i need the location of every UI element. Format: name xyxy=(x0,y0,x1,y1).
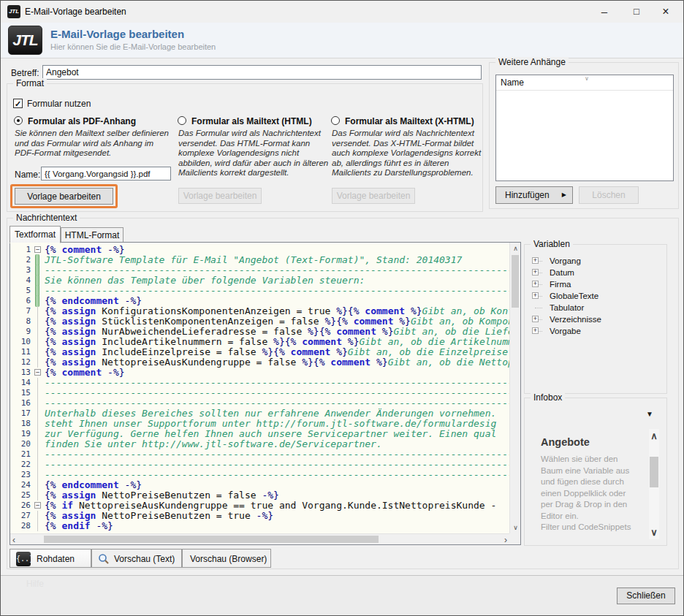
radio-pdf-attachment[interactable] xyxy=(14,116,23,125)
pdf-name-input[interactable] xyxy=(41,167,171,180)
infobox-dropdown-icon[interactable]: ▼ xyxy=(646,410,653,418)
infobox-scroll-thumb[interactable] xyxy=(650,457,658,487)
tab-html-format[interactable]: HTML-Format xyxy=(61,227,123,243)
use-form-checkbox[interactable]: ✓ xyxy=(13,99,23,108)
tree-item-label: Firma xyxy=(550,280,571,289)
radio-mailtext-html[interactable] xyxy=(178,116,186,125)
code-line: 10{% assign IncludeArtikelnummern = fals… xyxy=(10,337,509,347)
fold-region-line xyxy=(37,337,38,347)
infobox-heading: Angebote xyxy=(541,436,590,448)
tree-item-firma[interactable]: +Firma xyxy=(531,278,662,290)
edit-pdf-template-button[interactable]: Vorlage bearbeiten xyxy=(15,188,113,205)
line-number: 27 xyxy=(10,511,32,521)
infobox-scrollbar[interactable]: ∧ ∨ xyxy=(649,429,659,539)
tree-item-vorgabe[interactable]: +Vorgabe xyxy=(531,325,662,337)
attachments-list[interactable]: Name ∨ xyxy=(495,75,674,181)
code-editor[interactable]: 1−{% comment -%}2JTL-Software Template f… xyxy=(10,242,521,545)
close-button[interactable]: Schließen xyxy=(617,588,675,604)
format-group-label: Format xyxy=(13,78,47,88)
expand-plus-icon[interactable]: + xyxy=(532,316,539,322)
tab-vorschau-browser[interactable]: Vorschau (Browser) xyxy=(182,549,271,568)
code-text: {% assign NettoPreiseBenutzen = true -%} xyxy=(45,511,509,521)
code-line: 14--------------------------------------… xyxy=(10,378,509,388)
expand-plus-icon[interactable]: + xyxy=(532,327,539,334)
line-number: 4 xyxy=(10,275,32,286)
fold-region-line xyxy=(37,449,38,460)
line-number: 8 xyxy=(10,316,32,327)
code-text: JTL-Software Template für E-Mail "Angebo… xyxy=(45,255,509,265)
vertical-scroll-thumb[interactable] xyxy=(512,255,519,308)
fold-gutter[interactable]: − xyxy=(32,501,45,511)
radio-mailtext-xhtml[interactable] xyxy=(331,116,340,125)
line-number: 6 xyxy=(10,296,32,306)
infobox-text-line: Baum eine Variable aus xyxy=(541,465,643,477)
tree-item-verzeichnisse[interactable]: +Verzeichnisse xyxy=(531,313,662,325)
code-line: 24{% endcomment -%} xyxy=(10,480,509,490)
fold-gutter xyxy=(32,347,45,357)
code-text: {% comment -%} xyxy=(45,368,509,378)
variables-tree[interactable]: +Vorgang+Datum+Firma+GlobaleTexteTabulat… xyxy=(531,255,662,389)
fold-collapse-icon[interactable]: − xyxy=(34,246,41,253)
line-number: 3 xyxy=(10,265,32,275)
code-line: 19zur Verfügung. Gerne helfen Ihnen auch… xyxy=(10,429,509,439)
fold-gutter xyxy=(32,521,45,531)
code-text: {% assign IncludeEinzelpreise = false %}… xyxy=(45,347,509,357)
line-number: 24 xyxy=(10,480,32,490)
app-icon: JTL xyxy=(7,5,20,18)
fold-gutter xyxy=(32,429,45,439)
maximize-button[interactable]: □ xyxy=(622,1,651,23)
attachments-column-header-label: Name xyxy=(501,77,524,88)
tab-vorschau-text[interactable]: Vorschau (Text) xyxy=(91,549,182,568)
tree-item-globaletexte[interactable]: +GlobaleTexte xyxy=(531,290,662,302)
fold-gutter xyxy=(32,408,45,419)
fold-gutter[interactable]: − xyxy=(32,245,45,255)
minimize-button[interactable]: – xyxy=(590,1,619,23)
fold-gutter xyxy=(32,337,45,347)
line-number: 26 xyxy=(10,501,32,511)
subject-label: Betreff: xyxy=(11,68,39,78)
infobox-scroll-up-icon[interactable]: ∧ xyxy=(649,430,659,441)
scroll-left-icon[interactable]: ‹ xyxy=(12,535,15,545)
tree-item-tabulator[interactable]: Tabulator xyxy=(531,302,662,313)
help-label-ghost: Hilfe xyxy=(26,579,44,589)
scroll-up-icon[interactable]: ∧ xyxy=(510,245,521,252)
subject-input[interactable] xyxy=(42,65,482,80)
expand-plus-icon[interactable]: + xyxy=(532,292,539,299)
add-attachment-button-label: Hinzufügen xyxy=(505,190,550,200)
editor-horizontal-scrollbar[interactable]: ‹ › xyxy=(10,533,509,544)
code-line: 18steht Ihnen unser Supportforum unter h… xyxy=(10,419,509,429)
close-window-button[interactable]: × xyxy=(651,1,680,23)
infobox-scroll-down-icon[interactable]: ∨ xyxy=(649,527,659,538)
tree-item-datum[interactable]: +Datum xyxy=(531,267,662,278)
fold-gutter xyxy=(32,306,45,316)
tab-textformat[interactable]: Textformat xyxy=(10,226,61,243)
radio-pdf-attachment-label: Formular als PDF-Anhang xyxy=(28,116,136,126)
code-text: {% assign NettoPreiseBenutzen = false -%… xyxy=(45,490,509,501)
editor-vertical-scrollbar[interactable]: ∧ ∨ xyxy=(509,243,520,533)
attachments-column-header[interactable]: Name ∨ xyxy=(496,75,673,91)
expand-plus-icon[interactable]: + xyxy=(532,257,539,264)
expand-plus-icon[interactable]: + xyxy=(532,281,539,287)
fold-region-line xyxy=(37,511,38,521)
add-attachment-button[interactable]: Hinzufügen ▶ xyxy=(495,186,573,204)
fold-collapse-icon[interactable]: − xyxy=(34,502,41,509)
code-line: 1−{% comment -%} xyxy=(10,245,509,255)
horizontal-scroll-thumb[interactable] xyxy=(44,536,379,543)
fold-gutter xyxy=(32,296,45,306)
fold-collapse-icon[interactable]: − xyxy=(34,369,41,376)
code-editor-lines[interactable]: 1−{% comment -%}2JTL-Software Template f… xyxy=(10,243,509,533)
tab-rohdaten[interactable]: {..} Rohdaten xyxy=(10,549,91,568)
fold-region-line xyxy=(37,388,38,398)
infobox-group-label: Infobox xyxy=(531,392,565,403)
line-number: 2 xyxy=(10,255,32,265)
scroll-down-icon[interactable]: ∨ xyxy=(510,524,521,531)
expand-plus-icon[interactable]: + xyxy=(532,269,539,275)
scroll-right-icon[interactable]: › xyxy=(504,535,507,545)
fold-region-line xyxy=(37,327,38,337)
fold-region-line xyxy=(37,419,38,429)
infobox-text-line: Editor ein. xyxy=(541,511,643,522)
page-subtitle: Hier können Sie die E-Mail-Vorlage bearb… xyxy=(50,42,216,51)
tree-item-vorgang[interactable]: +Vorgang xyxy=(531,255,662,267)
fold-gutter[interactable]: − xyxy=(32,368,45,378)
pdf-option-description: Sie können den Mailtext selber definiere… xyxy=(15,129,170,159)
